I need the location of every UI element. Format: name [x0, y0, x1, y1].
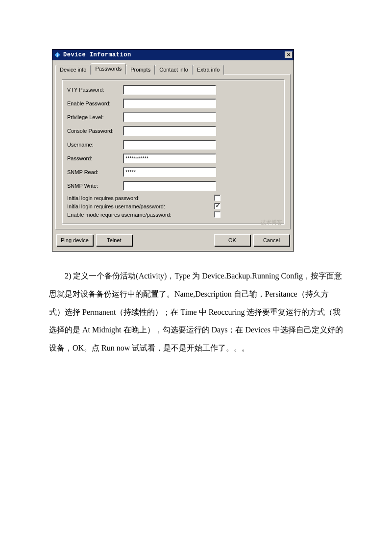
ok-button[interactable]: OK	[214, 234, 250, 246]
check-row: Enable mode requires username/password:	[67, 211, 279, 218]
privilege-level-label: Privilege Level:	[67, 114, 123, 120]
telnet-button[interactable]: Telnet	[96, 234, 132, 246]
device-information-dialog: Device Information ✕ Device info Passwor…	[52, 49, 294, 252]
tab-contact-info[interactable]: Contact info	[155, 65, 193, 75]
console-password-input[interactable]	[123, 126, 216, 136]
field-row: SNMP Read:	[67, 167, 279, 177]
snmp-read-input[interactable]	[123, 167, 216, 177]
initial-login-password-checkbox[interactable]	[214, 195, 220, 201]
initial-login-userpass-checkbox[interactable]: ✔	[214, 203, 220, 209]
tab-passwords[interactable]: Passwords	[91, 63, 126, 75]
article-paragraph: 2) 定义一个备份活动(Activity)，Type 为 Device.Back…	[49, 267, 343, 357]
svg-point-1	[57, 53, 58, 54]
cancel-button[interactable]: Cancel	[253, 234, 290, 246]
tab-strip: Device info Passwords Prompts Contact in…	[55, 63, 291, 75]
field-row: SNMP Write:	[67, 181, 279, 191]
fields-frame: VTY Password: Enable Password: Privilege…	[62, 79, 284, 224]
tab-extra-info[interactable]: Extra info	[193, 65, 224, 75]
button-spacer	[135, 234, 211, 246]
console-password-label: Console Password:	[67, 128, 123, 134]
username-input[interactable]	[123, 140, 216, 150]
field-row: Password:	[67, 153, 279, 163]
dialog-title: Device Information	[63, 51, 285, 58]
tab-device-info[interactable]: Device info	[55, 65, 91, 75]
field-row: Username:	[67, 140, 279, 150]
dialog-icon	[53, 51, 61, 59]
vty-password-input[interactable]	[123, 85, 216, 95]
tab-panel-passwords: VTY Password: Enable Password: Privilege…	[55, 74, 291, 229]
initial-login-userpass-label: Initial login requires username/password…	[67, 203, 214, 209]
article-paragraph-text: 2) 定义一个备份活动(Activity)，Type 为 Device.Back…	[49, 272, 343, 352]
article-body: 2) 定义一个备份活动(Activity)，Type 为 Device.Back…	[49, 267, 343, 357]
vty-password-label: VTY Password:	[67, 87, 123, 93]
ping-device-button[interactable]: Ping device	[56, 234, 93, 246]
field-row: Enable Password:	[67, 99, 279, 108]
enable-password-input[interactable]	[123, 99, 216, 108]
field-row: Console Password:	[67, 126, 279, 136]
password-input[interactable]	[123, 153, 216, 163]
close-button[interactable]: ✕	[285, 51, 293, 58]
enable-mode-userpass-checkbox[interactable]	[214, 211, 220, 218]
enable-password-label: Enable Password:	[67, 101, 123, 106]
snmp-write-label: SNMP Write:	[67, 183, 123, 189]
initial-login-password-label: Initial login requires password:	[67, 195, 214, 201]
field-row: VTY Password:	[67, 85, 279, 95]
enable-mode-userpass-label: Enable mode requires username/password:	[67, 212, 214, 218]
button-bar: Ping device Telnet OK Cancel	[52, 231, 294, 251]
field-row: Privilege Level:	[67, 112, 279, 122]
svg-rect-2	[57, 55, 58, 57]
password-label: Password:	[67, 155, 123, 161]
snmp-read-label: SNMP Read:	[67, 169, 123, 175]
check-row: Initial login requires username/password…	[67, 203, 279, 209]
snmp-write-input[interactable]	[123, 181, 216, 191]
tab-prompts[interactable]: Prompts	[126, 65, 155, 75]
username-label: Username:	[67, 142, 123, 148]
tab-container: Device info Passwords Prompts Contact in…	[52, 60, 294, 231]
dialog-titlebar: Device Information ✕	[52, 50, 294, 60]
privilege-level-input[interactable]	[123, 112, 216, 122]
check-row: Initial login requires password:	[67, 195, 279, 201]
